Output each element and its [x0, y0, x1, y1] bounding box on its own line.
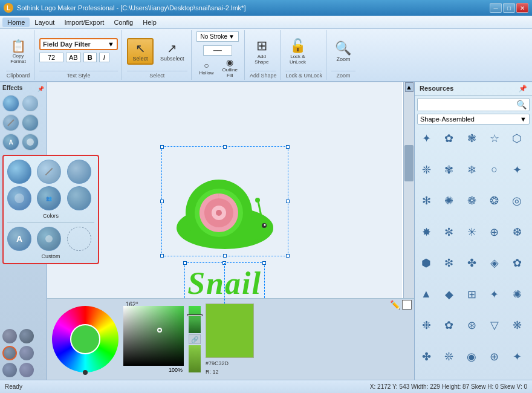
shape-item[interactable]: ☆: [485, 129, 504, 148]
handle-mr[interactable]: [286, 200, 290, 203]
shape-item[interactable]: ❂: [485, 192, 504, 210]
handle-br[interactable]: [286, 254, 290, 258]
shape-item[interactable]: ❊: [417, 161, 435, 179]
color-wheel[interactable]: [52, 306, 118, 372]
stroke-width-selector[interactable]: ──: [203, 45, 232, 56]
menu-config[interactable]: Config: [109, 18, 138, 27]
shape-item[interactable]: ❃: [462, 129, 481, 148]
shape-item[interactable]: ⊛: [462, 316, 481, 334]
color-box[interactable]: [402, 300, 412, 310]
clipboard-copy-format-button[interactable]: 📋 Copy Format: [6, 33, 30, 70]
shape-item[interactable]: ◈: [485, 254, 504, 272]
font-size-input[interactable]: 72: [39, 53, 63, 62]
handle-bm[interactable]: [223, 254, 227, 258]
shape-item[interactable]: ❁: [462, 192, 481, 210]
handle-bl[interactable]: [160, 254, 164, 258]
search-icon[interactable]: 🔍: [514, 99, 529, 111]
lock-unlock-button[interactable]: 🔓 Lock & UnLock: [285, 33, 310, 70]
shape-item[interactable]: ❄: [462, 161, 481, 179]
bottom-effect-4[interactable]: [19, 346, 34, 360]
shape-item[interactable]: ✦: [417, 129, 435, 148]
text-handle-tl[interactable]: [183, 261, 187, 265]
subselect-button[interactable]: ↗ Subselect: [157, 33, 187, 70]
bottom-effect-2[interactable]: [19, 329, 34, 343]
shape-item[interactable]: ◎: [508, 192, 526, 210]
shape-item[interactable]: ✾: [440, 161, 458, 179]
select-button[interactable]: ↖ Select: [127, 38, 154, 65]
bold-button[interactable]: B: [83, 53, 97, 62]
maximize-button[interactable]: □: [503, 3, 515, 13]
popup-btn-3[interactable]: [67, 160, 91, 184]
close-button[interactable]: ✕: [516, 3, 528, 13]
pencil-icon[interactable]: ✏️: [390, 300, 400, 310]
effect-btn-2[interactable]: [22, 95, 39, 112]
effects-pin-icon[interactable]: 📌: [37, 86, 44, 92]
shape-item[interactable]: ⊕: [485, 223, 504, 241]
handle-tm[interactable]: [223, 145, 227, 149]
hue-strip[interactable]: 🔗: [189, 306, 201, 372]
shape-item[interactable]: ▲: [417, 285, 435, 304]
resources-search-input[interactable]: [418, 99, 514, 111]
effect-btn-6[interactable]: [22, 134, 39, 151]
shape-item[interactable]: ⬡: [508, 129, 526, 148]
shape-item[interactable]: ⬢: [417, 254, 435, 272]
text-handle-tr[interactable]: [262, 261, 266, 265]
shape-item[interactable]: ✤: [462, 254, 481, 272]
shape-item[interactable]: ✸: [417, 223, 435, 241]
shape-item[interactable]: ✻: [417, 192, 435, 210]
popup-btn-person[interactable]: [37, 227, 61, 251]
font-name-dropdown[interactable]: Field Day Filter ▼: [39, 38, 118, 50]
shape-item[interactable]: ✳: [462, 223, 481, 241]
shape-item[interactable]: ✿: [440, 316, 458, 334]
popup-btn-6[interactable]: [67, 186, 91, 210]
shape-item[interactable]: ✿: [440, 129, 458, 148]
bottom-effect-6[interactable]: [19, 363, 34, 377]
shape-item[interactable]: ✺: [508, 285, 526, 304]
menu-home[interactable]: Home: [2, 18, 30, 27]
shape-item[interactable]: ✺: [440, 192, 458, 210]
shape-item[interactable]: ✦: [508, 348, 526, 366]
shape-item[interactable]: ○: [485, 161, 504, 179]
v-scroll-up[interactable]: ▲: [405, 82, 414, 92]
popup-btn-empty[interactable]: [67, 227, 91, 251]
shape-item[interactable]: ❋: [508, 316, 526, 334]
handle-tr[interactable]: [286, 145, 290, 149]
popup-btn-A[interactable]: A: [7, 227, 31, 251]
shape-item[interactable]: ❉: [417, 316, 435, 334]
bottom-effect-1[interactable]: [2, 329, 17, 343]
resources-pin-icon[interactable]: 📌: [519, 85, 527, 93]
hollow-button[interactable]: ○ Hollow: [196, 56, 217, 80]
shape-item[interactable]: ◆: [440, 285, 458, 304]
shape-item[interactable]: ✦: [485, 285, 504, 304]
add-shape-button[interactable]: ⊞ Add Shape: [250, 33, 274, 70]
value-strip[interactable]: [189, 345, 201, 372]
popup-btn-5[interactable]: 👥: [37, 186, 61, 210]
zoom-button[interactable]: 🔍 Zoom: [331, 33, 355, 70]
shape-item[interactable]: ◉: [462, 348, 481, 366]
outline-fill-button[interactable]: ◉ Outline Fill: [219, 56, 241, 80]
snail-graphic[interactable]: [161, 146, 288, 256]
popup-btn-4[interactable]: [7, 186, 31, 210]
no-stroke-dropdown[interactable]: No Stroke▼: [196, 31, 239, 42]
popup-btn-2[interactable]: [37, 160, 61, 184]
effect-btn-4[interactable]: [22, 114, 39, 131]
menu-layout[interactable]: Layout: [30, 18, 59, 27]
color-picker-square[interactable]: 100%: [123, 306, 184, 372]
italic-button[interactable]: I: [99, 53, 109, 62]
bottom-effect-3[interactable]: [2, 346, 17, 360]
minimize-button[interactable]: ─: [490, 3, 502, 13]
shape-item[interactable]: ❊: [440, 348, 458, 366]
shape-item[interactable]: ▽: [485, 316, 504, 334]
shape-item[interactable]: ✼: [440, 223, 458, 241]
ab-button[interactable]: AB: [66, 53, 81, 62]
shape-category-dropdown[interactable]: Shape-Assembled ▼: [417, 114, 530, 125]
v-scroll-thumb[interactable]: [404, 145, 414, 181]
shape-item[interactable]: ⊞: [462, 285, 481, 304]
bottom-effect-5[interactable]: [2, 363, 17, 377]
effect-btn-1[interactable]: [2, 95, 19, 112]
handle-ml[interactable]: [160, 200, 164, 203]
shape-item[interactable]: ✿: [508, 254, 526, 272]
shape-item[interactable]: ✦: [508, 161, 526, 179]
effect-btn-5[interactable]: A: [2, 134, 19, 151]
color-preview-box[interactable]: [206, 304, 254, 358]
